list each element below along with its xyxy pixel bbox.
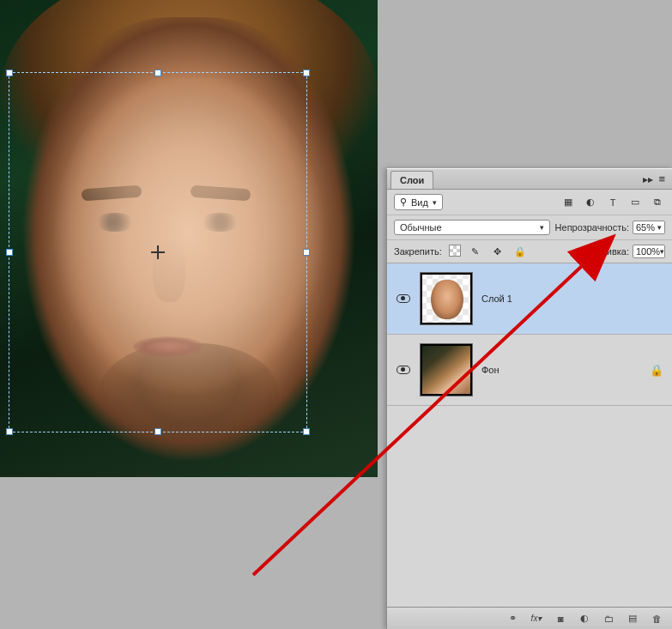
lock-icon: 🔒: [650, 364, 663, 377]
chevron-down-icon: ▾: [660, 247, 664, 256]
fill-value: 100%: [636, 246, 660, 257]
lock-fill-row: Закрепить: ✎ ✥ 🔒 Заливка: 100% ▾: [387, 240, 672, 263]
visibility-toggle-icon[interactable]: [397, 366, 410, 374]
blend-mode-value: Обычные: [400, 222, 442, 233]
layers-panel-footer: ⚭ fx▾ ◙ ◐ 🗀 ▤ 🗑: [387, 607, 672, 629]
visibility-toggle-icon[interactable]: [397, 294, 410, 303]
search-icon: ⚲: [400, 197, 407, 208]
transform-handle-sw[interactable]: [6, 428, 13, 435]
filter-smartobject-icon[interactable]: ⧉: [650, 196, 665, 209]
layer-item[interactable]: Слой 1: [387, 263, 672, 335]
blend-mode-select[interactable]: Обычные ▾: [394, 220, 550, 235]
collapse-panel-icon[interactable]: ▸▸: [643, 173, 653, 185]
layer-thumbnail[interactable]: [420, 272, 473, 325]
lock-transparency-icon[interactable]: [449, 245, 461, 257]
fill-label: Заливка:: [590, 246, 629, 257]
blend-opacity-row: Обычные ▾ Непрозрачность: 65% ▾: [387, 215, 672, 240]
panel-tab-bar: Слои ▸▸ ≡: [387, 169, 672, 190]
layer-filter-row: ⚲ Вид ▾ ▦ ◐ T ▭ ⧉: [387, 190, 672, 215]
add-mask-icon[interactable]: ◙: [554, 612, 567, 626]
lock-label: Закрепить:: [394, 246, 442, 257]
layer-fx-icon[interactable]: fx▾: [530, 612, 543, 626]
layers-list: Слой 1 Фон 🔒: [387, 263, 672, 607]
filter-pixel-icon[interactable]: ▦: [560, 196, 576, 209]
layer-thumbnail[interactable]: [420, 343, 473, 396]
chevron-down-icon: ▾: [657, 223, 662, 232]
fill-input[interactable]: 100% ▾: [633, 245, 665, 258]
filter-adjustment-icon[interactable]: ◐: [583, 196, 598, 209]
panel-menu-icon[interactable]: ≡: [658, 172, 665, 185]
opacity-value: 65%: [636, 222, 655, 233]
layer-item[interactable]: Фон 🔒: [387, 335, 672, 406]
new-group-icon[interactable]: 🗀: [602, 612, 615, 626]
chevron-down-icon: ▾: [433, 198, 437, 207]
layer-name[interactable]: Фон: [481, 365, 641, 375]
filter-type-icon[interactable]: T: [605, 196, 621, 209]
workspace-background: [0, 477, 378, 629]
filter-shape-icon[interactable]: ▭: [627, 196, 643, 209]
layer-name[interactable]: Слой 1: [481, 293, 663, 304]
layer-search-mode-label: Вид: [411, 197, 428, 208]
lock-pixels-icon[interactable]: ✎: [468, 245, 483, 258]
adjustment-layer-icon[interactable]: ◐: [578, 612, 591, 626]
delete-layer-icon[interactable]: 🗑: [650, 612, 663, 626]
layers-panel: Слои ▸▸ ≡ ⚲ Вид ▾ ▦ ◐ T ▭ ⧉ Обычные ▾ Не…: [386, 168, 672, 629]
lock-all-icon[interactable]: 🔒: [512, 245, 528, 258]
link-layers-icon[interactable]: ⚭: [506, 612, 519, 626]
opacity-label: Непрозрачность:: [555, 222, 629, 233]
image-content-overlay-face: [51, 77, 326, 420]
new-layer-icon[interactable]: ▤: [626, 612, 639, 626]
document-canvas[interactable]: [0, 0, 378, 477]
tab-layers[interactable]: Слои: [390, 171, 433, 189]
opacity-input[interactable]: 65% ▾: [633, 221, 665, 234]
lock-position-icon[interactable]: ✥: [490, 245, 506, 258]
chevron-down-icon: ▾: [540, 223, 544, 232]
layer-search-mode-select[interactable]: ⚲ Вид ▾: [394, 194, 443, 210]
